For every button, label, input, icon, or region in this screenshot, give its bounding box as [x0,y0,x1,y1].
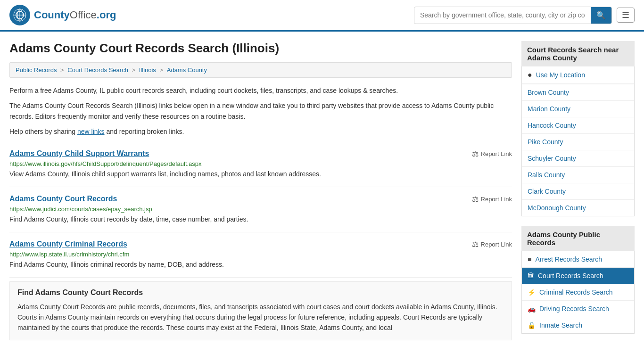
search-bar: 🔍 [414,7,612,24]
sidebar-item-schuyler[interactable]: Schuyler County [522,150,634,167]
schuyler-county-link[interactable]: Schuyler County [522,150,634,166]
ralls-county-label: Ralls County [528,171,565,179]
sidebar-criminal-records[interactable]: ⚡ Criminal Records Search [522,284,634,301]
sidebar-item-mcdonough[interactable]: McDonough County [522,200,634,216]
result-desc-3: Find Adams County, Illinois criminal rec… [9,260,512,270]
report-icon-1: ⚖ [472,149,479,158]
sidebar-public-records-section: Adams County Public Records ■ Arrest Rec… [521,226,635,334]
court-icon: 🏛 [528,272,534,280]
sidebar-inmate-search[interactable]: 🔒 Inmate Search [522,317,634,333]
mcdonough-county-link[interactable]: McDonough County [522,200,634,216]
court-records-label: Court Records Search [538,272,603,280]
clark-county-link[interactable]: Clark County [522,183,634,199]
sidebar-item-clark[interactable]: Clark County [522,183,634,200]
driving-records-link[interactable]: 🚗 Driving Records Search [522,301,634,317]
result-url-1: https://www.illinois.gov/hfs/ChildSuppor… [9,160,512,167]
result-title-3[interactable]: Adams County Criminal Records [9,240,127,248]
criminal-icon: ⚡ [528,288,536,296]
description-3-pre: Help others by sharing [9,128,77,135]
main-content: Adams County Court Records Search (Illin… [9,41,512,343]
description-2: The Adams County Court Records Search (I… [9,100,512,122]
menu-button[interactable]: ☰ [617,8,635,23]
result-item-2: Adams County Court Records ⚖ Report Link… [9,187,512,232]
report-label-2: Report Link [481,196,512,203]
clark-county-label: Clark County [528,188,566,195]
hancock-county-label: Hancock County [528,122,576,129]
report-link-1[interactable]: ⚖ Report Link [472,149,512,158]
arrest-records-link[interactable]: ■ Arrest Records Search [522,251,634,267]
header: CountyOffice.org 🔍 ☰ [0,0,644,32]
report-link-2[interactable]: ⚖ Report Link [472,195,512,204]
search-input[interactable] [414,8,591,23]
menu-icon: ☰ [622,10,629,20]
logo-subtext: Office.org [70,9,116,21]
result-url-2: https://www.judici.com/courts/cases/epay… [9,206,512,213]
result-title-2[interactable]: Adams County Court Records [9,195,117,203]
logo-area: CountyOffice.org [9,5,116,25]
sidebar-item-brown[interactable]: Brown County [522,84,634,101]
driving-icon: 🚗 [528,305,536,313]
schuyler-county-label: Schuyler County [528,155,576,162]
sidebar-item-ralls[interactable]: Ralls County [522,167,634,183]
breadcrumb-separator-1: > [60,66,66,74]
court-records-link[interactable]: 🏛 Court Records Search [522,268,634,284]
criminal-records-label: Criminal Records Search [539,288,613,296]
brown-county-link[interactable]: Brown County [522,84,634,100]
logo-text: CountyOffice.org [34,9,116,21]
breadcrumb-link-adams[interactable]: Adams County [167,66,207,74]
marion-county-label: Marion County [528,105,570,113]
result-header-2: Adams County Court Records ⚖ Report Link [9,195,512,204]
sidebar-use-location-item[interactable]: ● Use My Location [522,66,634,84]
arrest-records-label: Arrest Records Search [535,255,602,263]
result-item-3: Adams County Criminal Records ⚖ Report L… [9,232,512,278]
breadcrumb-separator-3: > [160,66,165,74]
ralls-county-link[interactable]: Ralls County [522,167,634,183]
arrest-icon: ■ [528,255,531,263]
marion-county-link[interactable]: Marion County [522,101,634,117]
description-1: Perform a free Adams County, IL public c… [9,85,512,96]
pike-county-link[interactable]: Pike County [522,134,634,150]
sidebar-driving-records[interactable]: 🚗 Driving Records Search [522,301,634,317]
logo-icon [9,5,30,25]
result-header-3: Adams County Criminal Records ⚖ Report L… [9,240,512,249]
sidebar-public-records-list: ■ Arrest Records Search 🏛 Court Records … [521,251,635,334]
location-icon: ● [528,71,532,79]
sidebar-nearby-header: Court Records Search near Adams County [521,41,635,66]
main-container: Adams County Court Records Search (Illin… [0,32,644,353]
inmate-search-label: Inmate Search [539,321,582,329]
sidebar: Court Records Search near Adams County ●… [521,41,635,343]
brown-county-label: Brown County [528,89,569,96]
driving-records-label: Driving Records Search [539,305,609,313]
sidebar-item-pike[interactable]: Pike County [522,134,634,150]
result-desc-2: Find Adams County, Illinois court record… [9,214,512,224]
result-item-1: Adams County Child Support Warrants ⚖ Re… [9,142,512,187]
criminal-records-link[interactable]: ⚡ Criminal Records Search [522,284,634,300]
inmate-icon: 🔒 [528,321,536,329]
report-icon-3: ⚖ [472,240,479,249]
inmate-search-link[interactable]: 🔒 Inmate Search [522,317,634,333]
hancock-county-link[interactable]: Hancock County [522,117,634,133]
sidebar-arrest-records[interactable]: ■ Arrest Records Search [522,251,634,268]
search-button[interactable]: 🔍 [591,7,611,24]
report-label-3: Report Link [481,241,512,248]
new-links-link[interactable]: new links [77,128,105,135]
search-icon: 🔍 [596,11,606,19]
breadcrumb-separator-2: > [132,66,137,74]
result-title-1[interactable]: Adams County Child Support Warrants [9,149,149,158]
header-right: 🔍 ☰ [414,7,635,24]
report-link-3[interactable]: ⚖ Report Link [472,240,512,249]
report-icon-2: ⚖ [472,195,479,204]
sidebar-court-records[interactable]: 🏛 Court Records Search [522,268,634,284]
breadcrumb-link-court-records[interactable]: Court Records Search [67,66,128,74]
use-location-link[interactable]: ● Use My Location [522,66,634,84]
sidebar-public-records-header: Adams County Public Records [521,226,635,251]
sidebar-nearby-section: Court Records Search near Adams County ●… [521,41,635,216]
sidebar-item-marion[interactable]: Marion County [522,101,634,117]
breadcrumb-link-public-records[interactable]: Public Records [16,66,57,74]
find-section-text: Adams County Court Records are public re… [17,302,504,333]
result-url-3: http://www.isp.state.il.us/crimhistory/c… [9,251,512,258]
description-3-post: and reporting broken links. [105,128,184,135]
breadcrumb: Public Records > Court Records Search > … [9,62,512,78]
sidebar-item-hancock[interactable]: Hancock County [522,117,634,134]
breadcrumb-link-illinois[interactable]: Illinois [139,66,156,74]
